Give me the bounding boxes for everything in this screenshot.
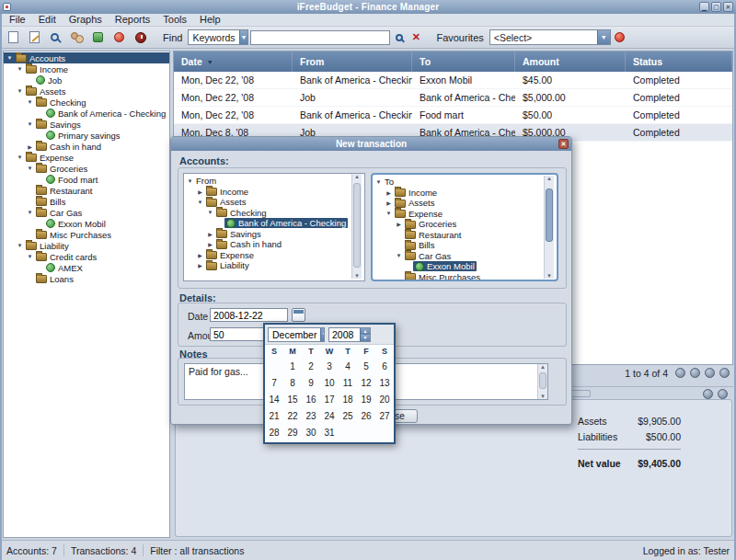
expand-icon[interactable]: ▶ (206, 231, 214, 237)
expand-icon[interactable]: ▶ (206, 241, 214, 247)
month-dropdown[interactable]: December ▼ (268, 327, 325, 342)
tree-item[interactable]: ▼Expense (373, 209, 557, 220)
calendar-day[interactable]: 24 (320, 407, 339, 424)
calendar-day[interactable]: 30 (302, 424, 320, 440)
column-header-status[interactable]: Status (626, 51, 732, 72)
tree-item[interactable]: ▼Savings (4, 119, 169, 130)
tree-item[interactable]: ▶Income (184, 187, 364, 198)
record-button[interactable] (109, 29, 129, 47)
calendar-day[interactable]: 17 (320, 391, 339, 407)
tree-item[interactable]: ▼Expense (4, 152, 169, 163)
tree-item[interactable]: Primary savings (4, 130, 169, 141)
menu-item-graphs[interactable]: Graphs (63, 14, 109, 26)
collapse-icon[interactable]: ▼ (16, 66, 24, 72)
chevron-down-icon[interactable]: ▼ (597, 30, 610, 44)
menu-item-tools[interactable]: Tools (156, 14, 193, 26)
menu-item-reports[interactable]: Reports (109, 14, 157, 26)
maximize-icon[interactable]: ▢ (711, 2, 721, 12)
tree-item[interactable]: ▼To (373, 177, 557, 188)
calendar-day[interactable]: 15 (283, 391, 302, 407)
new-button[interactable] (4, 29, 23, 47)
from-tree-scrollbar[interactable]: ▲ ▼ (351, 174, 362, 279)
collapse-icon[interactable]: ▼ (186, 178, 194, 184)
calendar-day[interactable]: 14 (265, 391, 283, 407)
tree-item[interactable]: ▶Income (373, 188, 557, 199)
collapse-icon[interactable]: ▼ (16, 243, 24, 248)
calendar-day[interactable]: 8 (283, 374, 302, 391)
tree-item[interactable]: Misc Purchases (373, 272, 557, 282)
tree-item[interactable]: Job (4, 74, 169, 86)
collapse-icon[interactable]: ▼ (26, 166, 34, 171)
tree-item[interactable]: Food mart (4, 174, 169, 185)
chart-button[interactable] (88, 29, 108, 47)
calendar-day[interactable]: 11 (339, 374, 357, 391)
menu-item-file[interactable]: File (3, 14, 32, 26)
year-spinner[interactable]: 2008 ▲ ▼ (328, 327, 371, 342)
calendar-day[interactable]: 12 (357, 374, 375, 391)
collapse-icon[interactable]: ▼ (6, 55, 14, 61)
to-tree-scrollbar[interactable]: ▲ ▼ (544, 176, 554, 279)
expand-icon[interactable]: ▶ (196, 252, 204, 258)
scrollbar-thumb[interactable] (353, 183, 361, 268)
dialog-close-icon[interactable]: ✕ (558, 139, 569, 149)
tree-item[interactable]: ▼Checking (184, 208, 364, 219)
collapse-icon[interactable]: ▼ (196, 200, 204, 205)
calendar-day[interactable]: 7 (265, 374, 283, 391)
panel-resize-handle[interactable] (570, 390, 591, 397)
next-page-button[interactable] (705, 368, 715, 378)
collapse-icon[interactable]: ▼ (395, 253, 403, 258)
calendar-day[interactable]: 26 (357, 407, 375, 424)
calendar-day[interactable]: 13 (375, 374, 394, 391)
scrollbar-thumb[interactable] (539, 372, 546, 389)
run-search-button[interactable] (392, 30, 407, 45)
calendar-day[interactable]: 20 (375, 391, 394, 407)
tree-item[interactable]: Bank of America - Checking (4, 108, 169, 119)
menu-item-edit[interactable]: Edit (32, 14, 63, 26)
previous-page-button[interactable] (690, 368, 700, 378)
scroll-up-icon[interactable]: ▲ (546, 176, 552, 181)
tree-item[interactable]: ▶Groceries (373, 219, 557, 230)
scrollbar-thumb[interactable] (546, 189, 553, 242)
keywords-dropdown[interactable]: Keywords ▼ (188, 29, 248, 45)
tree-item[interactable]: ▶Savings (184, 229, 364, 240)
calendar-day[interactable]: 5 (357, 358, 375, 374)
tree-item[interactable]: ▼Groceries (4, 163, 169, 174)
chevron-down-icon[interactable]: ▼ (239, 30, 248, 44)
column-header-from[interactable]: From (293, 51, 412, 72)
tree-item[interactable]: Misc Purchases (4, 229, 169, 240)
collapse-icon[interactable]: ▼ (26, 99, 34, 105)
favourites-dropdown[interactable]: <Select> ▼ (489, 29, 611, 45)
tree-item[interactable]: ▼Income (4, 63, 169, 74)
expand-icon[interactable]: ▶ (196, 189, 204, 195)
column-header-amount[interactable]: Amount (515, 51, 626, 72)
calendar-day[interactable]: 28 (265, 424, 283, 440)
calendar-day[interactable]: 3 (320, 358, 339, 374)
collapse-icon[interactable]: ▼ (26, 210, 34, 215)
collapse-icon[interactable]: ▼ (385, 211, 393, 216)
calendar-day[interactable]: 31 (320, 424, 339, 440)
collapse-icon[interactable]: ▼ (374, 179, 383, 185)
calendar-day[interactable]: 1 (283, 358, 302, 374)
column-header-date[interactable]: Date▼ (174, 51, 293, 72)
edit-button[interactable] (25, 29, 44, 47)
power-button[interactable] (131, 29, 150, 47)
collapse-icon[interactable]: ▼ (26, 121, 34, 127)
expand-icon[interactable]: ▶ (26, 143, 34, 150)
table-row[interactable]: Mon, Dec 22, '08Bank of America - Checki… (174, 107, 732, 124)
tree-item[interactable]: ▼Checking (4, 97, 169, 108)
calendar-day[interactable]: 18 (339, 391, 357, 407)
tree-item[interactable]: Loans (4, 273, 169, 284)
calendar-day[interactable]: 6 (375, 358, 394, 374)
calendar-day[interactable]: 22 (283, 407, 302, 424)
calendar-day[interactable]: 29 (283, 424, 302, 440)
calendar-day[interactable]: 27 (375, 407, 394, 424)
tree-item[interactable]: ▶Cash in hand (184, 239, 364, 250)
tree-item[interactable]: ▼From (184, 176, 364, 187)
date-input[interactable] (210, 308, 288, 322)
calendar-day[interactable]: 2 (302, 358, 320, 374)
tree-item[interactable]: ▼Liability (4, 240, 169, 251)
first-page-button[interactable] (675, 368, 685, 378)
table-row[interactable]: Mon, Dec 22, '08JobBank of America - Che… (174, 89, 732, 107)
scroll-up-icon[interactable]: ▲ (354, 174, 360, 179)
spin-down-icon[interactable]: ▼ (361, 335, 370, 341)
